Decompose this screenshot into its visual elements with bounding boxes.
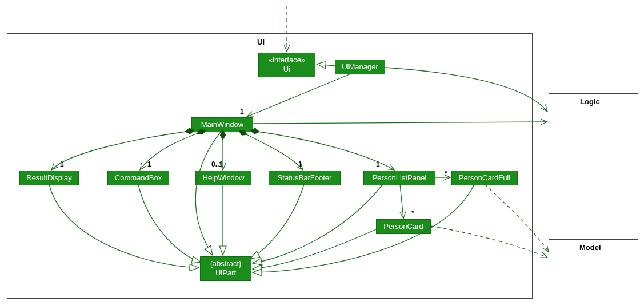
- stereotype-abstract: {abstract}: [210, 259, 242, 268]
- class-name-helpwindow: HelpWindow: [203, 173, 245, 182]
- class-name-uimanager: UiManager: [342, 62, 378, 71]
- class-ui-interface: «interface» Ui: [258, 53, 315, 77]
- class-name-personlistpanel: PersonListPanel: [373, 173, 427, 182]
- class-personlistpanel: PersonListPanel: [363, 171, 435, 185]
- class-commandbox: CommandBox: [107, 171, 169, 185]
- class-name-mainwindow: MainWindow: [201, 120, 243, 129]
- stereotype-interface: «interface»: [269, 56, 305, 64]
- class-mainwindow: MainWindow: [191, 117, 253, 132]
- class-name-resultdisplay: ResultDisplay: [26, 173, 71, 182]
- class-name-uipart: UiPart: [215, 268, 236, 277]
- class-uimanager: UiManager: [335, 60, 385, 74]
- class-name-commandbox: CommandBox: [115, 173, 162, 182]
- package-ui-label: UI: [257, 38, 265, 46]
- class-name-personcardfull: PersonCardFull: [459, 173, 510, 182]
- mult-personcard: *: [411, 209, 414, 217]
- mult-personlistpanel: 1: [376, 160, 380, 168]
- mult-mainwindow: 1: [240, 108, 244, 116]
- class-statusbarfooter: StatusBarFooter: [269, 171, 341, 185]
- package-logic-label: Logic: [580, 97, 600, 106]
- class-personcardfull: PersonCardFull: [451, 171, 518, 185]
- class-uipart: {abstract} UiPart: [200, 256, 251, 281]
- class-personcard: PersonCard: [376, 219, 431, 234]
- class-helpwindow: HelpWindow: [195, 171, 251, 185]
- mult-resultdisplay: 1: [60, 160, 64, 168]
- class-resultdisplay: ResultDisplay: [19, 171, 79, 185]
- package-model-label: Model: [579, 243, 601, 252]
- mult-statusbarfooter: 1: [298, 160, 302, 168]
- mult-commandbox: 1: [147, 160, 151, 168]
- mult-personcardfull: *: [445, 169, 447, 177]
- class-name-personcard: PersonCard: [383, 222, 423, 231]
- mult-helpwindow: 0..1: [211, 160, 223, 168]
- class-name-statusbarfooter: StatusBarFooter: [278, 173, 332, 182]
- class-name-ui: Ui: [283, 65, 290, 73]
